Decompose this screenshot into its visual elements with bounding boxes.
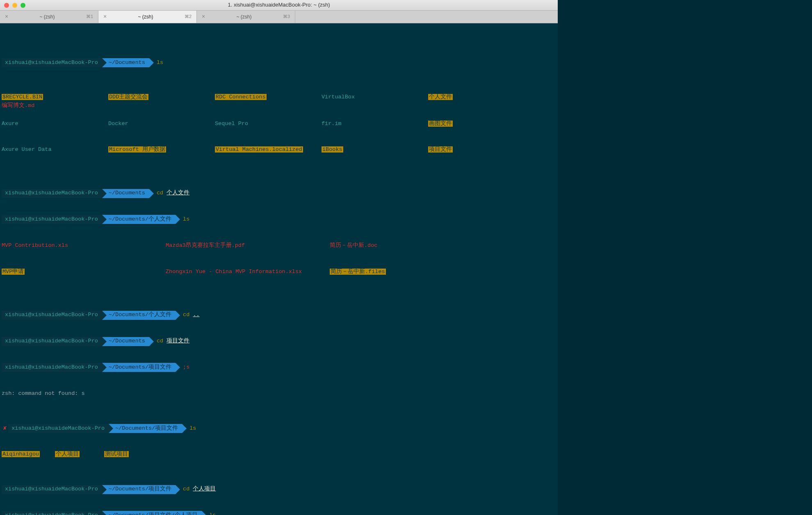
terminal-body[interactable]: xishuai@xishuaideMacBook-Pro ~/Documents… bbox=[0, 23, 558, 515]
prompt-user: xishuai@xishuaideMacBook-Pro bbox=[2, 215, 102, 224]
list-item: $RECYCLE.BIN bbox=[2, 94, 43, 100]
list-item: 个人文件 bbox=[428, 94, 453, 100]
ls-output: MVP Contribution.xls Mazda3昂克赛拉车主手册.pdf … bbox=[2, 241, 558, 250]
list-item: Zhongxin Yue - China MVP Information.xls… bbox=[166, 269, 302, 275]
ls-output: Axure Docker Sequel Pro fir.im 画图文件 bbox=[2, 119, 558, 128]
prompt-path: ~/Documents/项目文件 bbox=[109, 424, 182, 433]
close-icon[interactable] bbox=[4, 3, 9, 8]
list-item: 画图文件 bbox=[428, 121, 453, 127]
list-item: VirtualBox bbox=[322, 94, 355, 100]
tab-label: ~ (zsh) bbox=[205, 13, 283, 21]
close-icon[interactable]: × bbox=[5, 12, 8, 21]
list-item: MVP Contribution.xls bbox=[2, 242, 68, 248]
prompt-path: ~/Documents bbox=[102, 337, 149, 346]
prompt-line: xishuai@xishuaideMacBook-Pro ~/Documents… bbox=[2, 485, 558, 494]
ls-output: MVP申请 Zhongxin Yue - China MVP Informati… bbox=[2, 267, 558, 276]
tab-shortcut: ⌘3 bbox=[283, 13, 290, 20]
tab-shortcut: ⌘2 bbox=[185, 13, 192, 20]
list-item: DDD主题交流会 bbox=[108, 94, 148, 100]
prompt-path: ~/Documents/个人文件 bbox=[102, 311, 176, 320]
list-item: MVP申请 bbox=[2, 269, 25, 275]
tab-2[interactable]: × ~ (zsh) ⌘2 bbox=[98, 11, 197, 23]
list-item: RDC Connections bbox=[215, 94, 267, 100]
prompt-user: xishuai@xishuaideMacBook-Pro bbox=[2, 511, 102, 515]
prompt-user: xishuai@xishuaideMacBook-Pro bbox=[2, 189, 102, 198]
prompt-user: xishuai@xishuaideMacBook-Pro bbox=[2, 337, 102, 346]
traffic-lights bbox=[4, 3, 25, 8]
command-arg: 个人文件 bbox=[167, 190, 189, 196]
prompt-path: ~/Documents/个人文件 bbox=[102, 215, 176, 224]
list-item: Mazda3昂克赛拉车主手册.pdf bbox=[166, 242, 245, 248]
tab-1[interactable]: × ~ (zsh) ⌘1 bbox=[0, 11, 98, 23]
list-item: Sequel Pro bbox=[215, 121, 248, 127]
command-arg: 个人项目 bbox=[193, 486, 216, 492]
prompt-path: ~/Documents/项目文件 bbox=[102, 363, 176, 372]
prompt-line: xishuai@xishuaideMacBook-Pro ~/Documents… bbox=[2, 311, 558, 320]
window-title: 1. xishuai@xishuaideMacBook-Pro: ~ (zsh) bbox=[0, 1, 558, 9]
prompt-path: ~/Documents bbox=[102, 189, 149, 198]
zoom-icon[interactable] bbox=[21, 3, 25, 8]
minimize-icon[interactable] bbox=[12, 3, 17, 8]
prompt-path: ~/Documents/项目文件 bbox=[102, 485, 176, 494]
error-output: zsh: command not found: s bbox=[2, 390, 89, 398]
prompt-user: xishuai@xishuaideMacBook-Pro bbox=[2, 363, 102, 372]
terminal-window: 1. xishuai@xishuaideMacBook-Pro: ~ (zsh)… bbox=[0, 0, 558, 515]
close-icon[interactable]: × bbox=[103, 12, 107, 21]
list-item: 测试项目 bbox=[104, 451, 129, 457]
list-item: Virtual Machines.localized bbox=[215, 146, 303, 153]
prompt-line: xishuai@xishuaideMacBook-Pro ~/Documents… bbox=[2, 215, 558, 224]
prompt-path: ~/Documents/项目文件/个人项目 bbox=[102, 511, 202, 515]
list-item: 简历－岳中新.doc bbox=[330, 242, 377, 248]
prompt-user: xishuai@xishuaideMacBook-Pro bbox=[2, 311, 102, 320]
prompt-user: xishuai@xishuaideMacBook-Pro bbox=[8, 424, 109, 433]
prompt-line: xishuai@xishuaideMacBook-Pro ~/Documents… bbox=[2, 363, 558, 372]
tab-shortcut: ⌘1 bbox=[86, 13, 93, 20]
list-item: Axure User Data bbox=[2, 146, 52, 153]
list-item: iBooks bbox=[322, 146, 343, 153]
error-x-icon: ✘ bbox=[2, 424, 8, 433]
titlebar: 1. xishuai@xishuaideMacBook-Pro: ~ (zsh) bbox=[0, 0, 558, 11]
list-item: Docker bbox=[108, 121, 128, 127]
prompt-line: xishuai@xishuaideMacBook-Pro ~/Documents… bbox=[2, 189, 558, 198]
prompt-line: xishuai@xishuaideMacBook-Pro ~/Documents… bbox=[2, 511, 558, 515]
ls-output: Aiqinhaigou 个人项目 测试项目 bbox=[2, 450, 558, 459]
prompt-line: xishuai@xishuaideMacBook-Pro ~/Documents… bbox=[2, 58, 558, 67]
list-item: Aiqinhaigou bbox=[2, 451, 40, 457]
close-icon[interactable]: × bbox=[202, 12, 205, 21]
prompt-user: xishuai@xishuaideMacBook-Pro bbox=[2, 58, 102, 67]
tab-label: ~ (zsh) bbox=[8, 13, 86, 21]
list-item: 编写博文.md bbox=[2, 103, 34, 109]
tab-3[interactable]: × ~ (zsh) ⌘3 bbox=[197, 11, 295, 23]
list-item: 项目文件 bbox=[428, 146, 453, 153]
ls-output: $RECYCLE.BIN DDD主题交流会 RDC Connections Vi… bbox=[2, 93, 558, 102]
prompt-user: xishuai@xishuaideMacBook-Pro bbox=[2, 485, 102, 494]
list-item: fir.im bbox=[322, 121, 342, 127]
tab-bar: × ~ (zsh) ⌘1 × ~ (zsh) ⌘2 × ~ (zsh) ⌘3 bbox=[0, 11, 558, 23]
list-item: Microsoft 用户数据 bbox=[108, 146, 166, 153]
command-arg: 项目文件 bbox=[167, 338, 189, 344]
list-item: 简历－岳中新.files bbox=[330, 269, 386, 275]
ls-output: Axure User Data Microsoft 用户数据 Virtual M… bbox=[2, 146, 558, 155]
list-item: Axure bbox=[2, 121, 18, 127]
list-item: 个人项目 bbox=[55, 451, 80, 457]
tab-label: ~ (zsh) bbox=[107, 13, 185, 21]
prompt-path: ~/Documents bbox=[102, 58, 149, 67]
prompt-line: ✘ xishuai@xishuaideMacBook-Pro ~/Documen… bbox=[2, 424, 558, 433]
prompt-line: xishuai@xishuaideMacBook-Pro ~/Documents… bbox=[2, 337, 558, 346]
